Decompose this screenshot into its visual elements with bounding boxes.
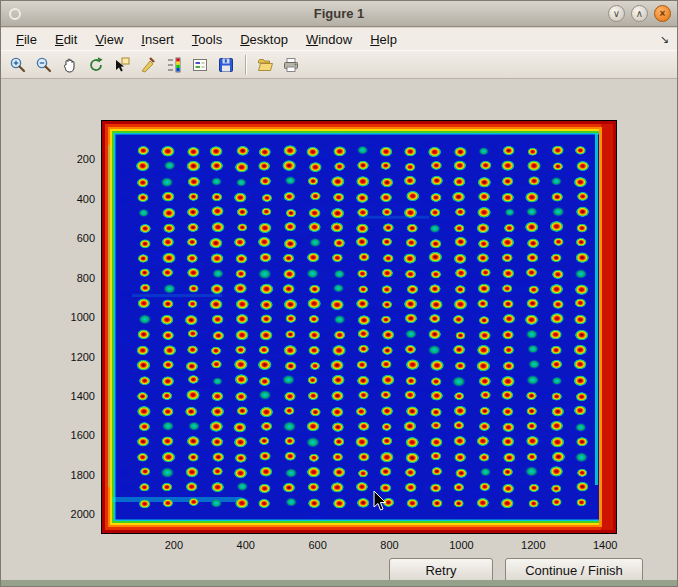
y-tick-label: 600 — [55, 232, 95, 244]
y-tick-label: 200 — [55, 153, 95, 165]
x-tick-label: 400 — [226, 539, 266, 551]
insert-colorbar-icon — [165, 56, 183, 74]
y-tick-label: 1200 — [55, 351, 95, 363]
zoom-in-icon — [9, 56, 27, 74]
desktop-panel-strip — [1, 580, 677, 586]
window-controls: ∨ ∧ × — [608, 5, 671, 22]
open-folder-icon — [256, 56, 274, 74]
menu-tools[interactable]: Tools — [183, 30, 231, 49]
y-tick-label: 2000 — [55, 508, 95, 520]
toolbar — [1, 50, 677, 79]
insert-colorbar-button[interactable] — [162, 53, 186, 77]
data-cursor-button[interactable] — [110, 53, 134, 77]
y-tick-label: 1800 — [55, 469, 95, 481]
menu-window[interactable]: Window — [297, 30, 361, 49]
menu-view[interactable]: View — [86, 30, 132, 49]
figure-window: Figure 1 ∨ ∧ × File Edit View Insert Too… — [0, 0, 678, 587]
insert-legend-icon — [191, 56, 209, 74]
zoom-out-icon — [35, 56, 53, 74]
menu-desktop[interactable]: Desktop — [231, 30, 297, 49]
pan-hand-icon — [61, 56, 79, 74]
window-menu-icon[interactable] — [9, 8, 21, 20]
figure-canvas-area: Retry Continue / Finish 2004006008001000… — [1, 80, 677, 580]
menu-help[interactable]: Help — [361, 30, 406, 49]
y-tick-label: 800 — [55, 272, 95, 284]
menu-file[interactable]: File — [7, 30, 46, 49]
x-tick-label: 800 — [370, 539, 410, 551]
menu-edit[interactable]: Edit — [46, 30, 86, 49]
zoom-out-button[interactable] — [32, 53, 56, 77]
y-tick-label: 1400 — [55, 390, 95, 402]
brush-button[interactable] — [136, 53, 160, 77]
y-tick-label: 1000 — [55, 311, 95, 323]
print-icon — [282, 56, 300, 74]
menu-insert[interactable]: Insert — [132, 30, 183, 49]
scan-image[interactable] — [101, 120, 617, 534]
titlebar[interactable]: Figure 1 ∨ ∧ × — [1, 1, 677, 27]
x-tick-label: 200 — [154, 539, 194, 551]
menubar: File Edit View Insert Tools Desktop Wind… — [1, 28, 677, 50]
open-file-button[interactable] — [253, 53, 277, 77]
x-tick-label: 1000 — [441, 539, 481, 551]
close-button[interactable]: × — [654, 5, 671, 22]
window-title: Figure 1 — [1, 6, 677, 21]
menu-overflow-arrow[interactable]: ↘ — [660, 33, 677, 46]
data-cursor-icon — [113, 56, 131, 74]
save-figure-button[interactable] — [214, 53, 238, 77]
rotate-3d-icon — [87, 56, 105, 74]
save-icon — [217, 56, 235, 74]
print-figure-button[interactable] — [279, 53, 303, 77]
maximize-button[interactable]: ∧ — [631, 5, 648, 22]
toolbar-separator — [245, 55, 246, 75]
x-tick-label: 1200 — [513, 539, 553, 551]
rotate-3d-button[interactable] — [84, 53, 108, 77]
y-tick-label: 1600 — [55, 429, 95, 441]
x-tick-label: 600 — [298, 539, 338, 551]
zoom-in-button[interactable] — [6, 53, 30, 77]
pan-button[interactable] — [58, 53, 82, 77]
insert-legend-button[interactable] — [188, 53, 212, 77]
y-tick-label: 400 — [55, 193, 95, 205]
x-tick-label: 1400 — [585, 539, 625, 551]
brush-icon — [139, 56, 157, 74]
shade-button[interactable]: ∨ — [608, 5, 625, 22]
